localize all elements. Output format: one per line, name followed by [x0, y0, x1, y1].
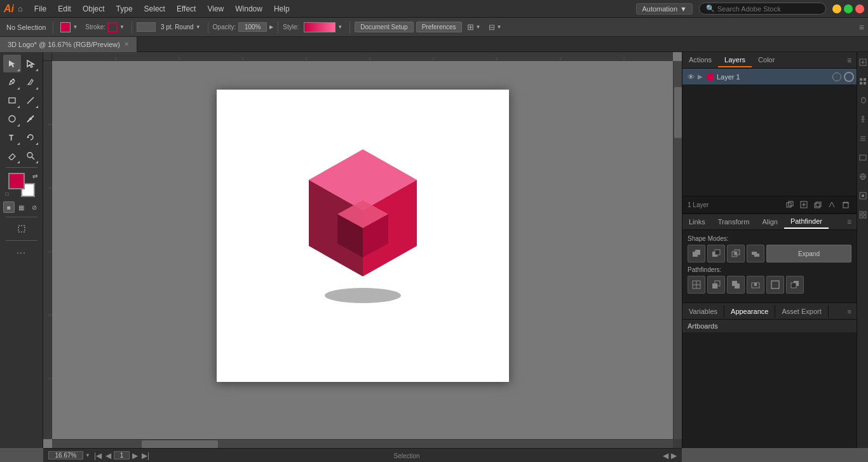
layers-scroll[interactable]: 👁 ▶ Layer 1 — [682, 69, 857, 196]
more-tools-button[interactable]: ··· — [6, 243, 37, 261]
swap-colors-icon[interactable]: ⇄ — [32, 173, 37, 180]
artboard-nav-right[interactable]: ▶ — [671, 451, 677, 460]
page-input[interactable] — [114, 451, 130, 459]
artboard-nav-left[interactable]: ◀ — [663, 451, 668, 460]
strip-new-document-icon[interactable] — [858, 55, 867, 70]
next-page-button[interactable]: ▶ — [131, 451, 139, 460]
canvas-scroll[interactable] — [52, 61, 673, 439]
selection-tool[interactable] — [3, 55, 21, 72]
intersect-button[interactable] — [727, 245, 745, 262]
strip-transform-icon[interactable] — [858, 188, 867, 203]
strip-grid-icon[interactable] — [858, 74, 867, 89]
arrange-controls[interactable]: ⊞ ▼ — [465, 21, 484, 33]
tab-color[interactable]: Color — [752, 53, 781, 67]
delete-layer-button[interactable] — [840, 199, 851, 210]
direct-selection-tool[interactable] — [22, 55, 39, 72]
line-tool[interactable] — [22, 92, 39, 109]
layer-item[interactable]: 👁 ▶ Layer 1 — [682, 69, 857, 85]
stroke-swatch[interactable] — [107, 22, 118, 32]
layer-target[interactable] — [832, 72, 841, 81]
menu-edit[interactable]: Edit — [53, 3, 76, 15]
minimize-button[interactable] — [832, 4, 841, 13]
scrollbar-h-thumb[interactable] — [142, 440, 218, 448]
document-setup-button[interactable]: Document Setup — [355, 22, 414, 32]
document-tab[interactable]: 3D Logo* @ 16.67% (RGB/Preview) ✕ — [0, 37, 137, 52]
menu-select[interactable]: Select — [139, 3, 170, 15]
merge-button[interactable] — [727, 276, 745, 294]
menu-object[interactable]: Object — [78, 3, 110, 15]
no-fill-button[interactable]: ⊘ — [29, 201, 40, 213]
search-input[interactable] — [717, 5, 813, 13]
divide-button[interactable] — [688, 276, 705, 294]
panel-menu-button[interactable]: ≡ — [842, 53, 857, 67]
outline-button[interactable] — [766, 276, 784, 294]
last-page-button[interactable]: ▶| — [140, 451, 151, 460]
strip-asset-icon[interactable] — [858, 207, 867, 222]
minus-back-button[interactable] — [786, 276, 804, 294]
tab-close-button[interactable]: ✕ — [124, 41, 129, 48]
menu-file[interactable]: File — [29, 3, 51, 15]
fill-swatch[interactable] — [60, 22, 71, 32]
prev-page-button[interactable]: ◀ — [104, 451, 112, 460]
stroke-weight-input[interactable] — [137, 22, 156, 32]
eraser-tool[interactable] — [3, 147, 21, 165]
default-colors-icon[interactable]: □ — [6, 191, 9, 197]
menu-window[interactable]: Window — [230, 3, 268, 15]
tab-transform[interactable]: Transform — [712, 215, 756, 228]
scrollbar-vertical[interactable] — [673, 61, 682, 439]
fill-color-box[interactable] — [8, 173, 25, 189]
scrollbar-v-thumb[interactable] — [674, 87, 682, 138]
chevron-down-icon[interactable]: ▼ — [85, 452, 90, 458]
tab-pathfinder[interactable]: Pathfinder — [784, 215, 829, 229]
crop-button[interactable] — [747, 276, 764, 294]
tab-links[interactable]: Links — [682, 215, 712, 228]
zoom-tool[interactable] — [22, 147, 39, 165]
tab-asset-export[interactable]: Asset Export — [775, 305, 828, 318]
rotate-tool[interactable] — [22, 128, 39, 146]
tab-layers[interactable]: Layers — [718, 53, 752, 67]
tab-appearance[interactable]: Appearance — [724, 305, 775, 318]
opacity-arrow[interactable]: ▶ — [269, 24, 273, 30]
minus-front-button[interactable] — [707, 245, 725, 262]
create-new-sublayer-button[interactable] — [798, 199, 810, 210]
maximize-button[interactable] — [844, 4, 853, 13]
gradient-fill-button[interactable]: ▦ — [16, 201, 27, 213]
stroke-style-selector[interactable]: 3 pt. Round ▼ — [158, 22, 203, 32]
pencil-tool-2[interactable] — [22, 110, 39, 128]
trim-button[interactable] — [707, 276, 725, 294]
strip-globe-icon[interactable] — [858, 169, 867, 184]
layer-expand-arrow[interactable]: ▶ — [696, 73, 704, 80]
solid-fill-button[interactable]: ■ — [3, 201, 15, 213]
style-selector[interactable]: ▼ — [301, 21, 345, 34]
pencil-tool[interactable] — [22, 73, 39, 91]
rectangle-tool[interactable] — [3, 92, 21, 109]
pen-tool[interactable] — [3, 73, 21, 91]
menu-type[interactable]: Type — [111, 3, 138, 15]
preferences-button[interactable]: Preferences — [416, 22, 462, 32]
opacity-input[interactable] — [238, 22, 267, 32]
menu-view[interactable]: View — [202, 3, 229, 15]
bottom-panel-menu[interactable]: ≡ — [842, 215, 857, 229]
strip-hand-icon[interactable] — [858, 93, 867, 108]
first-page-button[interactable]: |◀ — [93, 451, 103, 460]
tab-align[interactable]: Align — [756, 215, 783, 228]
variable-panel-menu[interactable]: ≡ — [843, 305, 857, 318]
search-box[interactable]: 🔍 — [699, 3, 826, 15]
strip-puppet-icon[interactable] — [858, 112, 867, 127]
canvas-area[interactable] — [43, 52, 682, 448]
tab-actions[interactable]: Actions — [682, 53, 718, 67]
zoom-input[interactable] — [48, 451, 83, 459]
fill-color-control[interactable]: ▼ — [58, 21, 80, 34]
workspace-selector[interactable]: Automation ▼ — [636, 3, 693, 15]
close-button[interactable] — [855, 4, 864, 13]
type-tool[interactable]: T — [3, 128, 21, 146]
scrollbar-horizontal[interactable] — [52, 439, 673, 448]
panel-menu-icon[interactable]: ≡ — [859, 22, 864, 32]
expand-button[interactable]: Expand — [766, 245, 851, 262]
layer-visibility-toggle[interactable]: 👁 — [685, 73, 696, 81]
strip-rect-icon[interactable] — [858, 150, 867, 165]
menu-effect[interactable]: Effect — [172, 3, 201, 15]
layer-visibility-state[interactable] — [844, 72, 854, 82]
align-controls[interactable]: ⊟ ▼ — [486, 22, 505, 33]
new-layer-button[interactable] — [812, 199, 824, 210]
